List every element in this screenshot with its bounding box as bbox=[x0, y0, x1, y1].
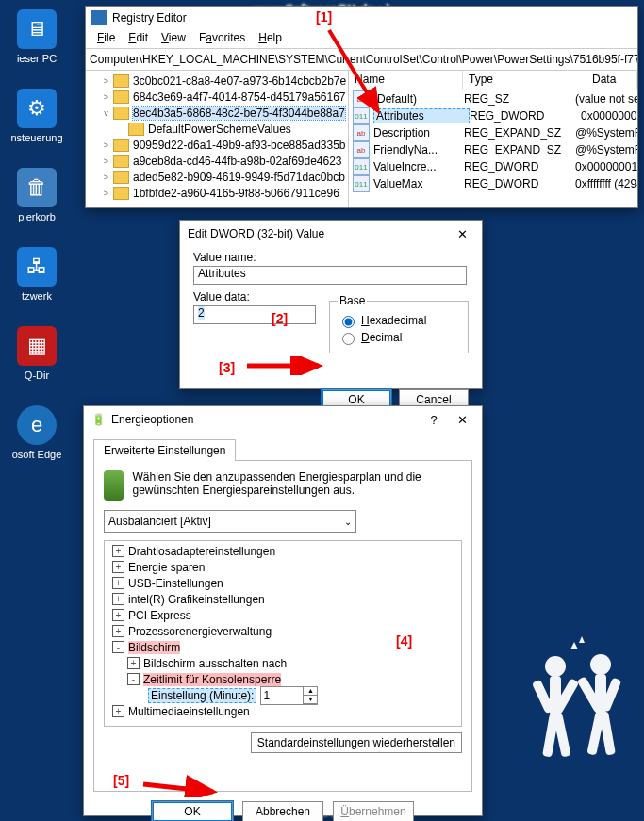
expand-icon[interactable]: > bbox=[101, 156, 111, 166]
svg-line-2 bbox=[143, 784, 213, 792]
expand-icon[interactable]: > bbox=[101, 75, 111, 86]
expand-icon[interactable]: + bbox=[112, 561, 124, 573]
arrow-icon bbox=[323, 26, 389, 121]
col-data[interactable]: Data bbox=[586, 71, 637, 90]
settings-item[interactable]: +PCI Express bbox=[107, 607, 459, 623]
settings-item[interactable]: +Bildschirm ausschalten nach bbox=[107, 655, 459, 671]
expand-icon[interactable]: > bbox=[101, 140, 111, 150]
desktop-icon-edge[interactable]: eosoft Edge bbox=[4, 405, 70, 479]
expand-icon[interactable]: + bbox=[127, 657, 140, 669]
desktop-icon-recycle[interactable]: 🗑pierkorb bbox=[4, 168, 70, 241]
menu-edit[interactable]: Edit bbox=[123, 29, 154, 48]
collapse-icon[interactable]: - bbox=[112, 641, 124, 653]
callout-3: [3] bbox=[219, 360, 235, 375]
value-row[interactable]: 011ValueMaxREG_DWORD0xffffffff (4294 bbox=[349, 175, 637, 192]
spin-down-icon[interactable]: ▼ bbox=[304, 696, 317, 704]
svg-line-0 bbox=[329, 30, 378, 111]
tree-node[interactable]: v8ec4b3a5-6868-48c2-be75-4f3044be88a7 bbox=[86, 105, 348, 121]
settings-item[interactable]: +Drahtlosadaptereinstellungen bbox=[107, 543, 459, 559]
tree-node[interactable]: >684c3e69-a4f7-4014-8754-d45179a56167 bbox=[86, 89, 348, 105]
binary-icon: 011 bbox=[353, 158, 370, 175]
callout-1: [1] bbox=[316, 9, 332, 25]
menu-favorites[interactable]: Favorites bbox=[193, 29, 251, 48]
desktop-icon-network[interactable]: 🖧tzwerk bbox=[4, 247, 70, 320]
tree-node[interactable]: >aded5e82-b909-4619-9949-f5d71dac0bcb bbox=[86, 169, 348, 185]
settings-item[interactable]: +Multimediaeinstellungen bbox=[107, 703, 459, 719]
expand-icon[interactable] bbox=[116, 123, 126, 134]
key-tree[interactable]: >3c0bc021-c8a8-4e07-a973-6b14cbcb2b7e>68… bbox=[86, 71, 349, 207]
expand-icon[interactable]: > bbox=[101, 188, 111, 198]
help-button[interactable]: ? bbox=[421, 410, 446, 429]
ok-button[interactable]: OK bbox=[152, 801, 233, 821]
minutes-spinner[interactable]: ▲▼ bbox=[260, 686, 318, 705]
menu-view[interactable]: View bbox=[156, 29, 191, 48]
value-row[interactable]: 011AttributesREG_DWORD0x00000001 (1) bbox=[349, 107, 637, 124]
radio-decimal[interactable]: Decimal bbox=[338, 330, 460, 345]
svg-rect-14 bbox=[599, 711, 616, 755]
expand-icon[interactable]: + bbox=[112, 625, 124, 637]
settings-item[interactable]: +Energie sparen bbox=[107, 559, 459, 575]
tree-node[interactable]: >1bfbfde2-a960-4165-9f88-50667911ce96 bbox=[86, 185, 348, 201]
folder-icon bbox=[113, 90, 129, 104]
tree-node[interactable]: >3c0bc021-c8a8-4e07-a973-6b14cbcb2b7e bbox=[86, 73, 348, 89]
binary-icon: 011 bbox=[353, 175, 370, 192]
folder-icon bbox=[113, 139, 129, 152]
value-data-field[interactable]: 2 bbox=[193, 305, 316, 324]
value-row[interactable]: ab(Default)REG_SZ(value not set) bbox=[349, 90, 637, 107]
minutes-input[interactable] bbox=[261, 687, 304, 704]
recycle-bin-icon: 🗑 bbox=[17, 168, 57, 207]
tree-node[interactable]: >a9ceb8da-cd46-44fb-a98b-02af69de4623 bbox=[86, 153, 348, 169]
tree-node[interactable]: DefaultPowerSchemeValues bbox=[86, 121, 348, 137]
dialog-title: Energieoptionen bbox=[111, 413, 193, 426]
collapse-icon[interactable]: - bbox=[127, 673, 140, 685]
svg-point-9 bbox=[590, 654, 611, 675]
dialog-title: Edit DWORD (32-bit) Value bbox=[188, 227, 324, 240]
chevron-down-icon: ⌄ bbox=[344, 517, 352, 527]
expand-icon[interactable]: + bbox=[112, 609, 124, 621]
value-list[interactable]: Name Type Data ab(Default)REG_SZ(value n… bbox=[349, 71, 637, 207]
cancel-button[interactable]: Abbrechen bbox=[242, 801, 323, 821]
desktop-icon-pc[interactable]: 🖥ieser PC bbox=[4, 9, 70, 83]
tree-node[interactable]: >90959d22-d6a1-49b9-af93-bce885ad335b bbox=[86, 137, 348, 153]
expand-icon[interactable]: + bbox=[112, 577, 124, 589]
plan-combobox[interactable]: Ausbalanciert [Aktiv] ⌄ bbox=[104, 510, 356, 533]
qdir-icon: ▦ bbox=[17, 326, 57, 366]
callout-2: [2] bbox=[272, 311, 288, 326]
expand-icon[interactable]: + bbox=[112, 705, 124, 717]
value-row[interactable]: abFriendlyNa...REG_EXPAND_SZ@%SystemRo bbox=[349, 141, 637, 158]
col-type[interactable]: Type bbox=[463, 71, 586, 90]
callout-4: [4] bbox=[396, 633, 412, 649]
network-icon: 🖧 bbox=[17, 247, 57, 287]
close-button[interactable]: ✕ bbox=[450, 410, 474, 429]
battery-icon bbox=[104, 470, 124, 501]
value-row[interactable]: abDescriptionREG_EXPAND_SZ@%SystemRo bbox=[349, 124, 637, 141]
value-row[interactable]: 011ValueIncre...REG_DWORD0x00000001 (1) bbox=[349, 158, 637, 175]
menu-help[interactable]: Help bbox=[253, 29, 288, 48]
desktop-icon-qdir[interactable]: ▦Q-Dir bbox=[4, 326, 70, 400]
value-name-field[interactable]: Attributes bbox=[193, 266, 467, 285]
radio-hexadecimal[interactable]: Hexadecimal bbox=[338, 313, 460, 328]
restore-defaults-button[interactable]: Standardeinstellungen wiederherstellen bbox=[251, 732, 462, 753]
expand-icon[interactable]: > bbox=[101, 91, 111, 102]
expand-icon[interactable]: v bbox=[101, 107, 111, 118]
desktop-icons: 🖥ieser PC ⚙nsteuerung 🗑pierkorb 🖧tzwerk … bbox=[4, 9, 74, 484]
dialog-titlebar[interactable]: Edit DWORD (32-bit) Value ✕ bbox=[180, 221, 482, 247]
settings-item[interactable]: +USB-Einstellungen bbox=[107, 575, 459, 591]
expand-icon[interactable]: + bbox=[112, 545, 124, 557]
desktop-icon-control[interactable]: ⚙nsteuerung bbox=[4, 89, 70, 162]
dialog-titlebar[interactable]: 🔋 Energieoptionen ? ✕ bbox=[84, 406, 482, 433]
folder-icon bbox=[113, 187, 129, 200]
spin-up-icon[interactable]: ▲ bbox=[304, 687, 317, 696]
settings-item[interactable]: +intel(R) Grafikeinstellungen bbox=[107, 591, 459, 607]
close-button[interactable]: ✕ bbox=[450, 224, 474, 243]
arrow-icon bbox=[140, 775, 224, 797]
tab-advanced[interactable]: Erweiterte Einstellungen bbox=[93, 439, 236, 461]
expand-icon[interactable]: > bbox=[101, 172, 111, 182]
setting-value-row[interactable]: Einstellung (Minute):▲▼ bbox=[107, 687, 459, 703]
description-text: Wählen Sie den anzupassenden Energiespar… bbox=[133, 470, 462, 497]
menu-file[interactable]: File bbox=[91, 29, 121, 48]
expand-icon[interactable]: + bbox=[112, 593, 124, 605]
power-icon: 🔋 bbox=[91, 413, 106, 426]
apply-button[interactable]: Übernehmen bbox=[333, 801, 414, 821]
settings-item[interactable]: -Zeitlimit für Konsolensperre bbox=[107, 671, 459, 687]
